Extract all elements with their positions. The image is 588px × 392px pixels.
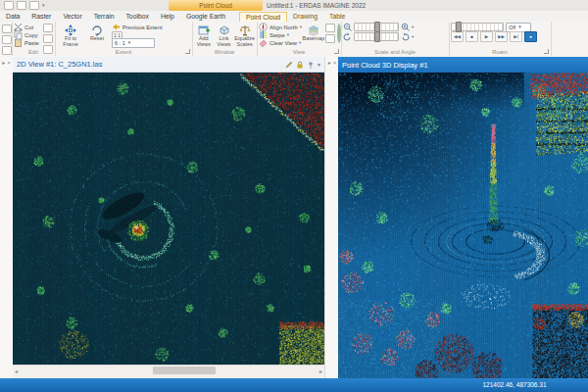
mini-toolbar-icon[interactable] [2, 24, 12, 33]
point-cloud-3d-view[interactable] [338, 73, 588, 378]
reset-button[interactable]: Reset [86, 24, 108, 42]
paste-button[interactable]: Paste [14, 39, 39, 46]
previous-extent-icon [112, 23, 121, 31]
combo-caret-icon: ▼ [127, 40, 131, 45]
edit-pencil-icon[interactable] [285, 61, 293, 69]
undo-icon[interactable] [17, 1, 26, 10]
quick-access-toolbar: ▾ [4, 1, 45, 10]
pushpin-icon[interactable] [307, 61, 315, 69]
close-icon[interactable]: × [7, 60, 11, 66]
cut-button[interactable]: Cut [14, 24, 39, 30]
workspace: ▸ × 2D View #1: C_25GN1.las ▾ ◂ ▸ [0, 57, 588, 378]
rotate-left-icon[interactable] [343, 32, 352, 41]
previous-extent-button[interactable]: Previous Extent [112, 24, 163, 30]
mini-toolbar-icon[interactable] [2, 35, 12, 44]
close-icon[interactable]: × [333, 60, 337, 66]
roam-dialog-launcher[interactable] [544, 49, 549, 54]
view-dialog-launcher[interactable] [334, 49, 339, 54]
roam-fast-forward-button[interactable]: ▶▶ [495, 31, 508, 42]
zoom-in-icon[interactable] [401, 23, 410, 31]
scale-options-caret-icon[interactable]: ▾ [412, 24, 414, 29]
combo-caret-icon: ▼ [517, 24, 521, 29]
angle-slider-thumb[interactable] [374, 31, 380, 42]
3d-view-title: Point Cloud 3D Display #1 [342, 61, 428, 70]
tab-raster[interactable]: Raster [25, 11, 57, 22]
roam-speed-slider[interactable] [451, 23, 504, 31]
scrollbar-thumb[interactable] [153, 367, 216, 374]
ribbon-group-view: Align North▾ Swipe▾ Clear View▾ Basemap [257, 22, 342, 56]
tab-data[interactable]: Data [0, 11, 25, 22]
header-menu-caret-icon[interactable]: ▾ [318, 62, 320, 68]
contextual-tab-group: Point Cloud [169, 0, 263, 11]
pin-icon[interactable]: ▸ [2, 60, 5, 66]
tab-table[interactable]: Table [323, 11, 351, 22]
extent-dialog-launcher[interactable] [185, 49, 190, 54]
clear-view-button[interactable]: Clear View▾ [259, 39, 302, 46]
tab-point-cloud[interactable]: Point Cloud [239, 12, 287, 22]
scale-slider[interactable] [354, 23, 399, 31]
roam-speed-combobox[interactable]: Off ▼ [506, 23, 531, 32]
tab-toolbox[interactable]: Toolbox [120, 11, 154, 22]
fit-to-frame-button[interactable]: Fit to Frame [57, 24, 84, 47]
lock-icon[interactable] [296, 61, 304, 69]
roam-skip-end-button[interactable]: ▶| [510, 31, 522, 42]
window-title: Untitled:1 - ERDAS IMAGINE 2022 [267, 0, 366, 11]
clear-view-icon [259, 38, 268, 47]
copy-button[interactable]: Copy [14, 31, 39, 38]
pin-icon[interactable]: ▸ [328, 60, 331, 66]
angle-slider[interactable] [354, 32, 399, 41]
redo-icon[interactable] [29, 1, 39, 10]
view-extra-icon[interactable] [325, 24, 335, 32]
2d-view-title: 2D View #1: C_25GN1.las [17, 60, 285, 69]
ribbon: Cut Copy Paste Edit [0, 22, 588, 58]
ribbon-group-edit: Cut Copy Paste Edit [12, 22, 56, 56]
tab-google-earth[interactable]: Google Earth [180, 11, 231, 22]
3d-view-panel: Point Cloud 3D Display #1 [338, 57, 588, 378]
scroll-right-arrow-icon[interactable]: ▸ [319, 368, 322, 375]
roam-stop-button[interactable]: ■ [466, 31, 478, 42]
3d-view-header[interactable]: Point Cloud 3D Display #1 [338, 57, 588, 73]
roam-skip-start-button[interactable]: ◀◀ [451, 31, 464, 42]
roam-play-button[interactable]: ▶ [480, 31, 493, 42]
point-cloud-2d-view[interactable] [13, 73, 324, 365]
mini-toolbar-icon[interactable] [2, 46, 12, 55]
paste-icon [14, 38, 23, 47]
rotate-right-icon[interactable] [401, 32, 410, 41]
add-views-button[interactable]: Add Views [194, 24, 214, 47]
coordinates-readout: 121402.46, 487306.31 [412, 378, 588, 392]
view-extra-icon[interactable] [325, 34, 335, 43]
basemap-button[interactable]: Basemap [304, 24, 323, 42]
edit-extra-icon[interactable] [43, 34, 53, 43]
zoom-out-icon[interactable] [343, 23, 352, 31]
ribbon-tab-row: Data Raster Vector Terrain Toolbox Help … [0, 11, 588, 22]
2d-view-header[interactable]: 2D View #1: C_25GN1.las ▾ [13, 57, 324, 73]
tab-drawing[interactable]: Drawing [287, 11, 323, 22]
scroll-left-arrow-icon[interactable]: ◂ [15, 368, 18, 375]
swipe-button[interactable]: Swipe▾ [259, 31, 302, 38]
erdas-imagine-window: ▾ Point Cloud Untitled:1 - ERDAS IMAGINE… [0, 0, 588, 392]
tab-vector[interactable]: Vector [57, 11, 87, 22]
ribbon-group-window: Add Views Link Views Equalize Scales Win… [192, 22, 258, 56]
link-views-button[interactable]: Link Views [216, 24, 233, 47]
scale-ratio-combobox[interactable]: 6 : 1 ▼ [112, 38, 155, 48]
angle-options-caret-icon[interactable]: ▾ [412, 34, 414, 39]
edit-extra-icon[interactable] [43, 24, 53, 32]
2d-view-panel: 2D View #1: C_25GN1.las ▾ ◂ ▸ [13, 57, 324, 378]
align-north-button[interactable]: Align North▾ [259, 24, 302, 30]
left-dock-strip: ▸ × [0, 57, 14, 378]
status-bar: 121402.46, 487306.31 [0, 378, 588, 392]
ribbon-group-extent: Fit to Frame Reset Previous Extent 1:1 [55, 22, 193, 56]
equalize-scales-button[interactable]: Equalize Scales [234, 24, 255, 47]
roam-speed-thumb[interactable] [456, 22, 462, 32]
ribbon-group-roam: Off ▼ ◀◀ ■ ▶ ▶▶ ▶| ● Roam [449, 22, 552, 56]
save-icon[interactable] [4, 1, 14, 10]
tab-terrain[interactable]: Terrain [88, 11, 121, 22]
qat-dropdown-caret-icon[interactable]: ▾ [42, 2, 45, 9]
roam-record-button[interactable]: ● [524, 31, 537, 42]
tab-help[interactable]: Help [155, 11, 180, 22]
ribbon-group-scale-angle: ▾ ▾ Scale and Angle [341, 22, 450, 56]
